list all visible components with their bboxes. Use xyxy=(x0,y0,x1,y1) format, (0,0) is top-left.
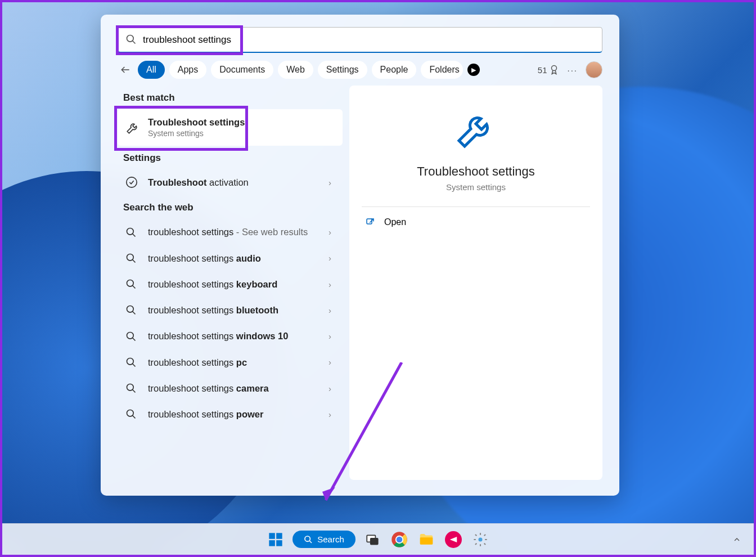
tab-all[interactable]: All xyxy=(138,61,165,79)
tab-settings[interactable]: Settings xyxy=(318,61,367,79)
svg-point-15 xyxy=(127,358,134,365)
search-icon xyxy=(125,34,137,45)
search-icon xyxy=(125,253,140,264)
taskbar-search[interactable]: Search xyxy=(292,531,356,548)
taskbar-search-label: Search xyxy=(317,534,344,544)
settings-icon[interactable] xyxy=(470,529,490,550)
search-icon xyxy=(125,383,140,394)
app-icon-pink[interactable] xyxy=(443,529,464,550)
section-web: Search the web xyxy=(123,202,343,213)
svg-rect-31 xyxy=(371,538,378,544)
web-result[interactable]: troubleshoot settings - See web results … xyxy=(118,219,343,245)
preview-subtitle: System settings xyxy=(446,182,506,192)
svg-line-18 xyxy=(133,390,136,393)
best-match-title: Troubleshoot settings xyxy=(148,116,335,128)
web-result[interactable]: troubleshoot settings audio › xyxy=(118,245,343,271)
task-view[interactable] xyxy=(362,529,382,550)
svg-point-3 xyxy=(552,66,557,71)
svg-line-12 xyxy=(133,312,136,315)
svg-line-20 xyxy=(133,416,136,419)
tab-web[interactable]: Web xyxy=(278,61,313,79)
svg-point-0 xyxy=(127,35,134,42)
chevron-right-icon: › xyxy=(328,306,335,315)
svg-rect-26 xyxy=(269,540,276,546)
svg-line-6 xyxy=(133,233,136,236)
chevron-right-icon: › xyxy=(328,227,335,237)
search-icon xyxy=(304,535,313,544)
svg-line-29 xyxy=(309,541,312,543)
svg-point-4 xyxy=(127,177,137,187)
svg-point-39 xyxy=(478,537,482,541)
chrome-icon[interactable] xyxy=(389,529,410,550)
search-icon xyxy=(125,304,140,316)
section-best-match: Best match xyxy=(123,92,343,104)
chevron-right-icon: › xyxy=(328,280,335,289)
search-input-wrap xyxy=(118,27,602,53)
action-label: Open xyxy=(384,217,406,227)
chevron-right-icon: › xyxy=(328,331,335,341)
medal-icon xyxy=(549,65,559,75)
back-button[interactable] xyxy=(118,61,133,79)
svg-line-1 xyxy=(133,41,136,44)
svg-line-14 xyxy=(133,338,136,340)
svg-point-17 xyxy=(127,384,134,391)
rewards-points[interactable]: 51 xyxy=(538,65,560,75)
points-value: 51 xyxy=(538,65,547,75)
preview-pane: Troubleshoot settings System settings Op… xyxy=(349,86,602,480)
tab-apps[interactable]: Apps xyxy=(169,61,206,79)
search-icon xyxy=(125,408,140,420)
file-explorer-icon[interactable] xyxy=(416,529,436,550)
best-match-result[interactable]: Troubleshoot settings System settings xyxy=(118,109,343,146)
search-icon xyxy=(125,357,140,368)
check-circle-icon xyxy=(125,176,140,188)
svg-point-5 xyxy=(127,228,134,235)
web-result[interactable]: troubleshoot settings pc › xyxy=(118,349,343,375)
svg-line-8 xyxy=(133,259,136,262)
taskbar: Search xyxy=(2,523,754,555)
results-column: Best match Troubleshoot settings System … xyxy=(101,86,343,496)
more-icon[interactable]: ··· xyxy=(567,65,578,75)
svg-rect-37 xyxy=(420,537,433,545)
chevron-right-icon: › xyxy=(328,410,335,419)
svg-line-10 xyxy=(133,286,136,289)
web-result[interactable]: troubleshoot settings keyboard › xyxy=(118,271,343,297)
header-right: 51 ··· xyxy=(538,61,602,78)
svg-rect-25 xyxy=(276,533,282,539)
chevron-right-icon: › xyxy=(328,253,335,263)
search-icon xyxy=(125,278,140,290)
open-icon xyxy=(365,217,375,227)
svg-point-28 xyxy=(305,536,310,541)
user-avatar[interactable] xyxy=(586,61,602,78)
show-hidden-icons[interactable] xyxy=(732,535,741,544)
tabs-scroll-right[interactable]: ▶ xyxy=(467,64,480,76)
preview-title: Troubleshoot settings xyxy=(417,164,535,179)
settings-result[interactable]: Troubleshoot activation › xyxy=(118,169,343,195)
tab-folders[interactable]: Folders xyxy=(421,61,462,79)
start-button[interactable] xyxy=(266,529,286,550)
svg-point-19 xyxy=(127,410,134,417)
filter-tabs-row: All Apps Documents Web Settings People F… xyxy=(101,53,619,79)
section-settings: Settings xyxy=(123,152,343,164)
tab-people[interactable]: People xyxy=(372,61,417,79)
best-match-subtitle: System settings xyxy=(148,128,335,139)
svg-rect-27 xyxy=(276,540,282,546)
open-action[interactable]: Open xyxy=(362,209,590,235)
web-result[interactable]: troubleshoot settings camera › xyxy=(118,375,343,401)
tab-documents[interactable]: Documents xyxy=(211,61,273,79)
windows-search-panel: All Apps Documents Web Settings People F… xyxy=(101,15,619,496)
svg-point-9 xyxy=(127,280,134,287)
search-input[interactable] xyxy=(118,27,602,53)
chevron-right-icon: › xyxy=(328,178,335,187)
svg-rect-24 xyxy=(269,533,276,539)
web-result[interactable]: troubleshoot settings windows 10 › xyxy=(118,323,343,349)
divider xyxy=(362,206,590,207)
svg-line-16 xyxy=(133,363,136,366)
wrench-icon xyxy=(125,120,140,135)
wrench-icon xyxy=(453,107,498,152)
svg-point-11 xyxy=(127,306,134,313)
svg-point-13 xyxy=(127,332,134,339)
chevron-right-icon: › xyxy=(328,384,335,393)
search-icon xyxy=(125,331,140,342)
web-result[interactable]: troubleshoot settings bluetooth › xyxy=(118,297,343,323)
web-result[interactable]: troubleshoot settings power › xyxy=(118,401,343,427)
